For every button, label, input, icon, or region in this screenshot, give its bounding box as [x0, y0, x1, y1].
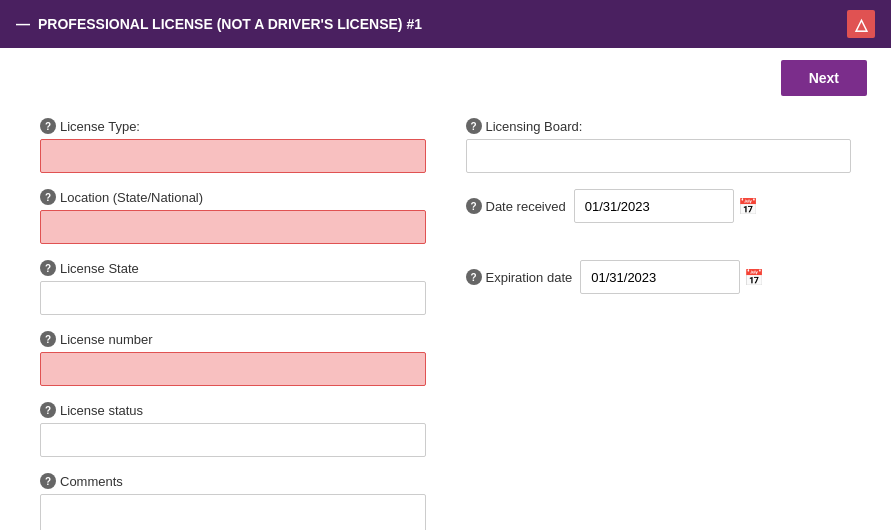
row-license-number: ? License number — [40, 331, 851, 386]
col-license-state: ? License State — [40, 260, 426, 315]
license-status-label-text: License status — [60, 403, 143, 418]
collapse-icon[interactable]: — — [16, 16, 30, 32]
license-type-label: ? License Type: — [40, 118, 426, 134]
licensing-board-label-text: Licensing Board: — [486, 119, 583, 134]
license-state-input[interactable] — [40, 281, 426, 315]
expiration-date-calendar-icon[interactable]: 📅 — [744, 268, 764, 287]
license-state-label: ? License State — [40, 260, 426, 276]
form-body: ? License Type: ? Licensing Board: ? Loc… — [0, 108, 891, 530]
row-license-status: ? License status — [40, 402, 851, 457]
licensing-board-input[interactable] — [466, 139, 852, 173]
license-state-label-text: License State — [60, 261, 139, 276]
warning-icon-box: △ — [847, 10, 875, 38]
section-title: — PROFESSIONAL LICENSE (NOT A DRIVER'S L… — [16, 16, 422, 32]
col-comments: ? Comments — [40, 473, 426, 530]
expiration-date-input-wrapper: 📅 — [580, 260, 764, 294]
license-number-label-text: License number — [60, 332, 153, 347]
license-number-input[interactable] — [40, 352, 426, 386]
license-number-label: ? License number — [40, 331, 426, 347]
license-type-help-icon[interactable]: ? — [40, 118, 56, 134]
license-status-help-icon[interactable]: ? — [40, 402, 56, 418]
col-expiration-date: ? Expiration date 📅 — [466, 260, 852, 315]
col-license-status: ? License status — [40, 402, 426, 457]
license-status-label: ? License status — [40, 402, 426, 418]
page-container: — PROFESSIONAL LICENSE (NOT A DRIVER'S L… — [0, 0, 891, 530]
col-location: ? Location (State/National) — [40, 189, 426, 244]
row-comments: ? Comments — [40, 473, 851, 530]
location-input[interactable] — [40, 210, 426, 244]
licensing-board-label: ? Licensing Board: — [466, 118, 852, 134]
comments-textarea[interactable] — [40, 494, 426, 530]
expiration-date-input[interactable] — [580, 260, 740, 294]
row-location-date: ? Location (State/National) ? Date recei… — [40, 189, 851, 244]
col-licensing-board: ? Licensing Board: — [466, 118, 852, 173]
col-license-number: ? License number — [40, 331, 426, 386]
location-help-icon[interactable]: ? — [40, 189, 56, 205]
col-date-received: ? Date received 📅 — [466, 189, 852, 244]
date-received-calendar-icon[interactable]: 📅 — [738, 197, 758, 216]
location-label: ? Location (State/National) — [40, 189, 426, 205]
expiration-date-label: ? Expiration date — [466, 269, 573, 285]
date-received-help-icon[interactable]: ? — [466, 198, 482, 214]
license-state-help-icon[interactable]: ? — [40, 260, 56, 276]
date-received-label: ? Date received — [466, 198, 566, 214]
section-title-text: PROFESSIONAL LICENSE (NOT A DRIVER'S LIC… — [38, 16, 422, 32]
license-status-input[interactable] — [40, 423, 426, 457]
comments-label: ? Comments — [40, 473, 426, 489]
col-empty-3 — [466, 473, 852, 530]
comments-help-icon[interactable]: ? — [40, 473, 56, 489]
col-empty-1 — [466, 331, 852, 386]
date-received-input-wrapper: 📅 — [574, 189, 758, 223]
next-btn-container: Next — [0, 48, 891, 108]
row-state-expiration: ? License State ? Expiration date 📅 — [40, 260, 851, 315]
section-header: — PROFESSIONAL LICENSE (NOT A DRIVER'S L… — [0, 0, 891, 48]
warning-icon: △ — [855, 15, 867, 34]
date-received-row: ? Date received 📅 — [466, 189, 852, 223]
license-type-input[interactable] — [40, 139, 426, 173]
expiration-date-help-icon[interactable]: ? — [466, 269, 482, 285]
next-button[interactable]: Next — [781, 60, 867, 96]
col-license-type: ? License Type: — [40, 118, 426, 173]
license-type-label-text: License Type: — [60, 119, 140, 134]
col-empty-2 — [466, 402, 852, 457]
date-received-input[interactable] — [574, 189, 734, 223]
date-received-label-text: Date received — [486, 199, 566, 214]
license-number-help-icon[interactable]: ? — [40, 331, 56, 347]
expiration-date-row: ? Expiration date 📅 — [466, 260, 852, 294]
row-license-type-board: ? License Type: ? Licensing Board: — [40, 118, 851, 173]
licensing-board-help-icon[interactable]: ? — [466, 118, 482, 134]
comments-label-text: Comments — [60, 474, 123, 489]
location-label-text: Location (State/National) — [60, 190, 203, 205]
expiration-date-label-text: Expiration date — [486, 270, 573, 285]
